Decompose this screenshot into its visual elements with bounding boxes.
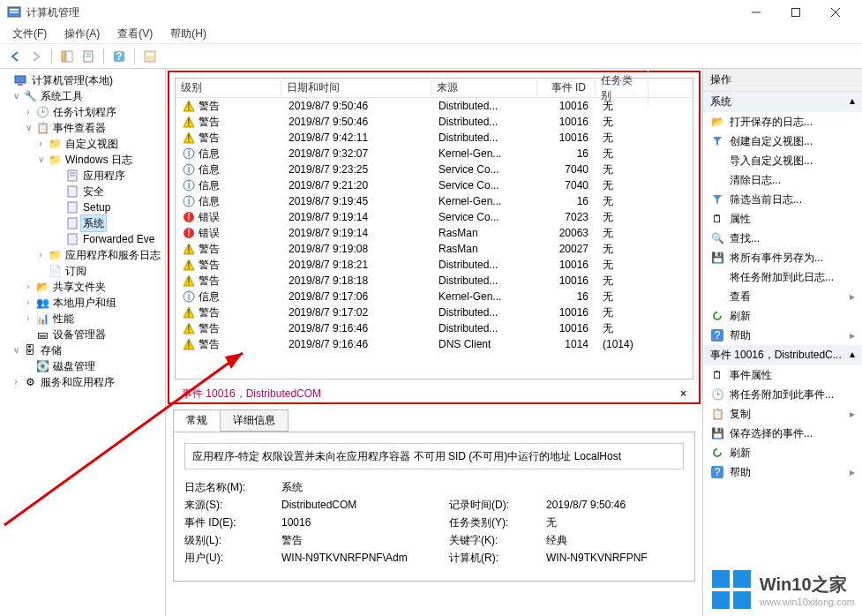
expander-icon[interactable]: ∨ <box>11 342 21 358</box>
level-icon: ! <box>183 306 195 319</box>
expander-icon[interactable]: › <box>23 295 34 311</box>
tree-event-viewer[interactable]: 事件查看器 <box>51 120 108 136</box>
tree-local-users[interactable]: 本地用户和组 <box>51 295 118 311</box>
tree-performance[interactable]: 性能 <box>51 311 76 327</box>
tree-task-scheduler[interactable]: 任务计划程序 <box>51 104 118 120</box>
table-row[interactable]: !警告2019/8/7 9:16:46DNS Client1014(1014) <box>176 336 693 352</box>
action-attach-event-task[interactable]: 🕒将任务附加到此事件... <box>703 385 862 404</box>
tab-general[interactable]: 常规 <box>173 409 221 432</box>
expander-icon[interactable]: ∨ <box>11 88 21 104</box>
expander-icon[interactable]: ∨ <box>35 152 46 168</box>
svg-rect-65 <box>712 591 730 609</box>
minimize-button[interactable] <box>736 0 776 25</box>
expander-icon[interactable]: › <box>23 311 34 327</box>
tree-forwarded-log[interactable]: Forwarded Eve <box>81 231 156 247</box>
action-attach-task[interactable]: 将任务附加到此日志... <box>703 267 862 287</box>
tree-app-service-logs[interactable]: 应用程序和服务日志 <box>64 247 162 263</box>
menu-view[interactable]: 查看(V) <box>109 25 161 43</box>
show-hide-tree-button[interactable] <box>57 47 77 66</box>
tab-details[interactable]: 详细信息 <box>220 409 289 432</box>
expander-icon[interactable]: › <box>23 104 34 120</box>
action-refresh[interactable]: 刷新 <box>703 306 862 326</box>
col-datetime[interactable]: 日期和时间 <box>281 78 431 98</box>
tree-application-log[interactable]: 应用程序 <box>81 168 127 184</box>
table-row[interactable]: !错误2019/8/7 9:19:14Service Co...7023无 <box>176 209 693 225</box>
expander-icon[interactable]: › <box>11 374 21 390</box>
table-row[interactable]: i信息2019/8/7 9:23:25Service Co...7040无 <box>176 162 693 177</box>
table-row[interactable]: !错误2019/8/7 9:19:14RasMan20063无 <box>176 225 693 241</box>
action-copy[interactable]: 📋复制▸ <box>703 404 862 424</box>
detail-message: 应用程序-特定 权限设置并未向在应用程序容器 不可用 SID (不可用)中运行的… <box>184 443 684 470</box>
help-icon: ? <box>710 465 724 479</box>
table-row[interactable]: !警告2019/8/7 9:18:18Distributed...10016无 <box>176 273 693 289</box>
tree-shared-folders[interactable]: 共享文件夹 <box>51 279 108 295</box>
tree-root[interactable]: 计算机管理(本地) <box>30 72 115 88</box>
properties-button[interactable] <box>79 47 98 66</box>
tree-system-log[interactable]: 系统 <box>81 215 106 231</box>
tree-system-tools[interactable]: 系统工具 <box>39 88 85 104</box>
col-level[interactable]: 级别 <box>176 78 281 98</box>
window-title: 计算机管理 <box>26 5 736 20</box>
action-help2[interactable]: ?帮助▸ <box>703 462 862 482</box>
tree-custom-views[interactable]: 自定义视图 <box>64 136 120 152</box>
level-icon: ! <box>183 211 195 223</box>
col-source[interactable]: 来源 <box>431 78 537 98</box>
table-row[interactable]: !警告2019/8/7 9:19:08RasMan20027无 <box>176 241 693 257</box>
action-view[interactable]: 查看▸ <box>703 287 862 306</box>
action-create-custom[interactable]: 创建自定义视图... <box>703 131 862 151</box>
navigation-tree[interactable]: 计算机管理(本地) ∨🔧系统工具 ›🕒任务计划程序 ∨📋事件查看器 ›📁自定义视… <box>0 69 166 616</box>
menu-action[interactable]: 操作(A) <box>56 25 109 43</box>
table-row[interactable]: !警告2019/8/7 9:42:11Distributed...10016无 <box>176 130 693 146</box>
back-button[interactable] <box>5 47 25 66</box>
event-title-text: 事件 10016，DistributedCOM <box>182 387 321 402</box>
action-clear-log[interactable]: 清除日志... <box>703 170 862 190</box>
table-row[interactable]: !警告2019/8/7 9:17:02Distributed...10016无 <box>176 304 693 320</box>
menu-file[interactable]: 文件(F) <box>4 25 56 43</box>
action-save-selected[interactable]: 💾保存选择的事件... <box>703 424 862 443</box>
tree-services-apps[interactable]: 服务和应用程序 <box>39 374 116 390</box>
tree-windows-logs[interactable]: Windows 日志 <box>64 152 134 168</box>
tree-disk-mgmt[interactable]: 磁盘管理 <box>51 358 97 374</box>
svg-text:!: ! <box>187 101 190 112</box>
table-row[interactable]: !警告2019/8/7 9:18:21Distributed...10016无 <box>176 257 693 273</box>
event-table[interactable]: 级别 日期和时间 来源 事件 ID 任务类别 !警告2019/8/7 9:50:… <box>175 78 693 379</box>
table-row[interactable]: !警告2019/8/7 9:50:46Distributed...10016无 <box>176 114 693 130</box>
table-row[interactable]: i信息2019/8/7 9:32:07Kernel-Gen...16无 <box>176 146 693 162</box>
close-detail-icon[interactable]: × <box>680 387 686 400</box>
expander-icon[interactable]: ∨ <box>23 120 34 136</box>
maximize-button[interactable] <box>776 0 815 25</box>
table-body[interactable]: !警告2019/8/7 9:50:46Distributed...10016无!… <box>176 98 693 379</box>
tree-subscriptions[interactable]: 订阅 <box>64 263 88 279</box>
action-filter-log[interactable]: 筛选当前日志... <box>703 190 862 209</box>
expander-icon[interactable]: › <box>35 247 46 263</box>
table-row[interactable]: !警告2019/8/7 9:50:46Distributed...10016无 <box>176 98 693 114</box>
svg-rect-14 <box>145 51 155 62</box>
svg-text:?: ? <box>715 329 721 342</box>
tree-security-log[interactable]: 安全 <box>81 184 106 199</box>
action-refresh2[interactable]: 刷新 <box>703 443 862 462</box>
v-source: DistributedCOM <box>281 499 423 511</box>
expander-icon[interactable]: › <box>35 136 46 152</box>
action-import-custom[interactable]: 导入自定义视图... <box>703 151 862 170</box>
table-row[interactable]: i信息2019/8/7 9:19:45Kernel-Gen...16无 <box>176 193 693 209</box>
close-button[interactable] <box>815 0 855 25</box>
tree-storage[interactable]: 存储 <box>39 342 64 358</box>
help-button[interactable]: ? <box>109 47 129 66</box>
table-row[interactable]: i信息2019/8/7 9:17:06Kernel-Gen...16无 <box>176 289 693 304</box>
tree-device-mgr[interactable]: 设备管理器 <box>51 327 108 342</box>
menu-help[interactable]: 帮助(H) <box>161 25 215 43</box>
action-help[interactable]: ?帮助▸ <box>703 326 862 345</box>
expander-icon[interactable]: › <box>23 279 34 295</box>
forward-button[interactable] <box>26 47 46 66</box>
action-event-properties[interactable]: 🗒事件属性 <box>703 365 862 385</box>
toolbar-extra-button[interactable] <box>140 47 160 66</box>
tree-setup-log[interactable]: Setup <box>81 199 112 215</box>
table-row[interactable]: !警告2019/8/7 9:16:46Distributed...10016无 <box>176 320 693 336</box>
action-save-all[interactable]: 💾将所有事件另存为... <box>703 248 862 267</box>
k-level: 级别(L): <box>184 533 281 548</box>
action-properties[interactable]: 🗒属性 <box>703 209 862 229</box>
action-find[interactable]: 🔍查找... <box>703 229 862 248</box>
action-open-saved[interactable]: 📂打开保存的日志... <box>703 112 862 131</box>
col-event-id[interactable]: 事件 ID <box>537 78 596 98</box>
table-row[interactable]: i信息2019/8/7 9:21:20Service Co...7040无 <box>176 177 693 193</box>
